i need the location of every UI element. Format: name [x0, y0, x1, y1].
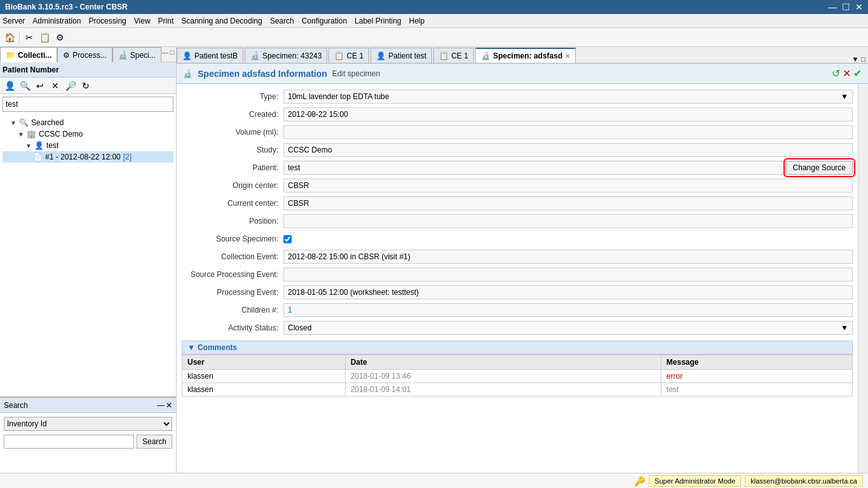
toolbar-icon-1[interactable]: 🏠: [3, 30, 17, 44]
maximize-button[interactable]: ☐: [842, 2, 850, 12]
search-panel-close[interactable]: ✕: [166, 401, 172, 410]
comments-header[interactable]: ▼ Comments: [182, 341, 853, 355]
left-top: 📁 Collecti... ⚙ Process... 🔬 Speci... — …: [0, 47, 176, 396]
menubar: Server Administration Processing View Pr…: [0, 14, 868, 28]
admin-mode-label: Super Administrator Mode: [649, 475, 741, 487]
menu-search[interactable]: Search: [270, 17, 294, 25]
left-tab-specimens[interactable]: 🔬 Speci...: [112, 47, 161, 62]
left-tab-collections[interactable]: 📁 Collecti...: [0, 47, 57, 62]
menu-processing[interactable]: Processing: [88, 17, 126, 25]
left-panel-minimize[interactable]: —: [161, 47, 169, 57]
tree-test-node[interactable]: ▼ 👤 test: [3, 140, 173, 151]
toolbar: 🏠 ✂ 📋 ⚙: [0, 28, 868, 47]
form-cancel-icon[interactable]: ✕: [843, 67, 851, 79]
panel-tool-refresh[interactable]: ↻: [79, 79, 93, 93]
position-input[interactable]: [288, 217, 848, 226]
form-refresh-icon[interactable]: ↺: [832, 67, 840, 79]
toolbar-separator-1: [19, 32, 20, 43]
comment-message-1: error: [661, 370, 852, 383]
search-type-select[interactable]: Inventory Id: [4, 417, 172, 431]
toolbar-icon-4[interactable]: ⚙: [53, 30, 67, 44]
comments-table: User Date Message klassen 2018-01-09 13:…: [182, 355, 853, 396]
menu-configuration[interactable]: Configuration: [302, 17, 347, 25]
tree-visit-node[interactable]: 📄 #1 - 2012-08-22 12:00 [2]: [3, 151, 173, 163]
search-panel-content: Inventory Id Search: [0, 413, 176, 452]
menu-scanning[interactable]: Scanning and Decoding: [181, 17, 262, 25]
comments-label: Comments: [198, 343, 237, 352]
menu-help[interactable]: Help: [409, 17, 424, 25]
window-controls: — ☐ ✕: [828, 2, 863, 12]
toolbar-icon-2[interactable]: ✂: [22, 30, 36, 44]
source-processing-value[interactable]: [283, 268, 853, 281]
change-source-button[interactable]: Change Source: [786, 161, 853, 175]
created-label: Created:: [182, 110, 283, 119]
left-tab-processing[interactable]: ⚙ Process...: [57, 47, 112, 62]
form-header: 🔬 Specimen adsfasd Information Edit spec…: [177, 64, 868, 84]
tree-searched-node[interactable]: ▼ 🔍 Searched: [3, 117, 173, 128]
form-row-origin-center: Origin center: CBSR: [182, 178, 853, 193]
test-icon: 👤: [34, 141, 44, 150]
left-panel-restore[interactable]: □: [168, 47, 176, 57]
left-panel: 📁 Collecti... ⚙ Process... 🔬 Speci... — …: [0, 47, 177, 473]
panel-tool-find[interactable]: 🔎: [64, 79, 78, 93]
collection-event-value: 2012-08-22 15:00 in CBSR (visit #1): [283, 250, 853, 264]
menu-server[interactable]: Server: [3, 17, 25, 25]
menu-view[interactable]: View: [134, 17, 151, 25]
comments-header-row: User Date Message: [182, 355, 853, 370]
tabs-restore-icon[interactable]: □: [861, 55, 865, 63]
panel-tool-delete[interactable]: ✕: [48, 79, 62, 93]
source-processing-input[interactable]: [288, 270, 848, 279]
study-value: CCSC Demo: [283, 143, 853, 157]
table-row: klassen 2018-01-09 14:01 test: [182, 383, 853, 396]
patient-search-input[interactable]: [3, 97, 173, 112]
close-button[interactable]: ✕: [855, 2, 863, 12]
search-panel-minimize[interactable]: —: [157, 401, 165, 410]
minimize-button[interactable]: —: [828, 2, 837, 12]
volume-value[interactable]: [283, 125, 853, 139]
position-value[interactable]: [283, 214, 853, 228]
source-specimen-checkbox-container: [283, 235, 292, 243]
form-row-current-center: Current center: CBSR: [182, 196, 853, 211]
vertical-scrollbar[interactable]: [858, 84, 868, 473]
tab-patient-testb[interactable]: 👤 Patient testB: [177, 48, 243, 63]
tab-ce1-2[interactable]: 📋 CE 1: [433, 48, 474, 63]
tab-specimen-43243-icon: 🔬: [250, 51, 260, 60]
activity-status-value[interactable]: Closed ▼: [283, 321, 853, 335]
tree-ccsc-node[interactable]: ▼ 🏢 CCSC Demo: [3, 128, 173, 140]
form-row-position: Position:: [182, 214, 853, 229]
panel-tool-user[interactable]: 👤: [3, 79, 17, 93]
processing-icon: ⚙: [63, 51, 70, 60]
tab-specimen-adsfasd[interactable]: 🔬 Specimen: adsfasd ✕: [475, 48, 576, 63]
source-specimen-checkbox[interactable]: [283, 235, 292, 243]
toolbar-icon-3[interactable]: 📋: [37, 30, 51, 44]
panel-tool-search[interactable]: 🔍: [18, 79, 32, 93]
search-panel-header: Search — ✕: [0, 398, 176, 413]
search-panel-label: Search: [4, 401, 28, 410]
source-processing-label: Source Processing Event:: [182, 270, 283, 279]
tabs-min-icon[interactable]: ▼: [851, 55, 858, 63]
tab-patient-testb-icon: 👤: [182, 51, 192, 60]
search-execute-button[interactable]: Search: [137, 435, 172, 449]
type-value[interactable]: 10mL lavender top EDTA tube ▼: [283, 90, 853, 104]
tab-specimen-adsfasd-close[interactable]: ✕: [565, 53, 570, 60]
tab-specimen-43243[interactable]: 🔬 Specimen: 43243: [245, 48, 327, 63]
menu-label-printing[interactable]: Label Printing: [355, 17, 401, 25]
panel-tool-nav[interactable]: ↩: [33, 79, 47, 93]
ccsc-label: CCSC Demo: [39, 130, 83, 139]
search-text-input[interactable]: [4, 435, 134, 449]
tab-ce1-1[interactable]: 📋 CE 1: [329, 48, 369, 63]
current-center-value: CBSR: [283, 196, 853, 210]
volume-input[interactable]: [288, 128, 848, 137]
ccsc-arrow: ▼: [18, 131, 24, 138]
menu-administration[interactable]: Administration: [32, 17, 81, 25]
tab-area-controls: ▼ □: [577, 55, 868, 63]
tab-patient-test[interactable]: 👤 Patient test: [370, 48, 432, 63]
statusbar: 🔑 Super Administrator Mode klassen@bioba…: [0, 473, 868, 488]
form-save-icon[interactable]: ✔: [853, 67, 862, 79]
form-title: Specimen adsfasd Information: [198, 69, 327, 79]
titlebar: BioBank 3.10.5.rc3 - Center CBSR — ☐ ✕: [0, 0, 868, 14]
menu-print[interactable]: Print: [158, 17, 174, 25]
processing-event-label: Processing Event:: [182, 288, 283, 297]
tab-ce1-2-label: CE 1: [451, 51, 468, 60]
comment-message-2: test: [661, 383, 852, 396]
